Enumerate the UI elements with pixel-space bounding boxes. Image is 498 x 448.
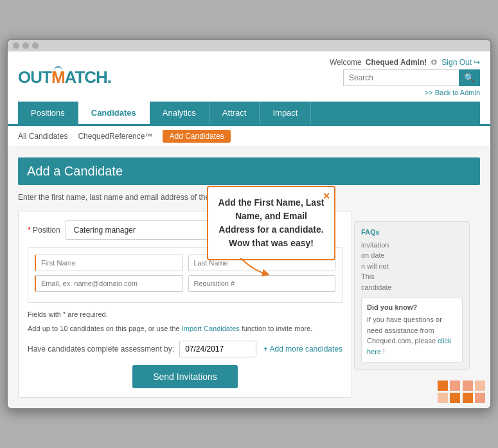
did-you-know: Did you know? If you have questions or n… (361, 298, 463, 363)
gear-icon[interactable]: ⚙ (431, 58, 438, 67)
sub-nav-chequed-reference[interactable]: ChequedReference™ (78, 132, 152, 141)
deco-sq-3 (438, 393, 448, 403)
back-to-admin[interactable]: >> Back to Admin (425, 89, 480, 96)
sign-out-link[interactable]: Sign Out ↪ (441, 58, 480, 67)
chrome-dot-3 (32, 42, 39, 49)
required-note1: Fields with * are required. (28, 309, 342, 321)
first-name-input[interactable] (35, 255, 183, 271)
tooltip-text: Add the First Name, Last Name, and Email… (218, 197, 325, 248)
required-note2: Add up to 10 candidates on this page, or… (28, 323, 342, 335)
welcome-text: Welcome (330, 58, 362, 67)
note3-text: function to invite more. (242, 325, 313, 332)
chrome-dot-2 (22, 42, 29, 49)
email-input[interactable] (35, 275, 183, 292)
page-title-bar: Add a Candidate (18, 157, 480, 185)
send-invitations-button[interactable]: Send Invitations (132, 365, 238, 388)
sub-nav: All Candidates ChequedReference™ Add Can… (8, 126, 490, 147)
deco-group-2 (463, 381, 485, 403)
sign-out-icon: ↪ (474, 58, 480, 67)
chrome-dot-1 (13, 42, 19, 49)
nav-item-candidates[interactable]: Candidates (78, 102, 150, 124)
add-more-link[interactable]: + Add more candidates (263, 345, 342, 354)
window-chrome (8, 40, 490, 51)
deco-sq-7 (463, 393, 473, 403)
faqs-text1: invitation (361, 241, 389, 249)
deco-group-1 (438, 381, 460, 403)
header-right: Welcome Chequed Admin! ⚙ Sign Out ↪ 🔍 >>… (330, 58, 480, 96)
deco-sq-8 (475, 393, 485, 403)
tooltip-popup: ✕ Add the First Name, Last Name, and Ema… (207, 186, 335, 260)
position-label-text: Position (33, 226, 60, 235)
main-nav: Positions Candidates Analytics Attract I… (18, 102, 480, 124)
welcome-bar: Welcome Chequed Admin! ⚙ Sign Out ↪ (330, 58, 480, 67)
sub-nav-all-candidates[interactable]: All Candidates (18, 132, 67, 141)
faqs-text4: This (361, 273, 375, 280)
deco-sq-1 (438, 381, 448, 391)
header: OUT M ATCH. Welcome Chequed Admin! ⚙ Sig… (8, 51, 490, 126)
required-star: * (28, 226, 31, 235)
deco-sq-6 (475, 381, 485, 391)
nav-item-attract[interactable]: Attract (209, 102, 260, 124)
sub-nav-add-candidates[interactable]: Add Candidates (163, 130, 230, 143)
logo-text: OUT M ATCH. (18, 69, 111, 85)
position-label: * Position (28, 226, 60, 235)
logo: OUT M ATCH. (18, 69, 111, 85)
note2-text: Add up to 10 candidates on this page, or… (28, 325, 180, 332)
deco-sq-5 (463, 381, 473, 391)
nav-item-analytics[interactable]: Analytics (150, 102, 209, 124)
admin-name: Chequed Admin! (366, 58, 427, 67)
sidebar-faqs: FAQs invitation on date n will not This … (354, 221, 470, 370)
nav-item-impact[interactable]: Impact (260, 102, 311, 124)
tooltip-arrow (234, 258, 272, 277)
header-top: OUT M ATCH. Welcome Chequed Admin! ⚙ Sig… (18, 58, 480, 96)
candidate-row-2 (35, 275, 335, 292)
search-button[interactable]: 🔍 (459, 69, 480, 86)
did-you-know-body: If you have questions or need assistance… (367, 316, 442, 345)
page-title: Add a Candidate (27, 164, 471, 179)
faqs-title: FAQs (361, 228, 463, 236)
faqs-text2: on date (361, 251, 385, 259)
faqs-text5: candidate (361, 283, 392, 291)
did-you-know-title: Did you know? (367, 303, 457, 311)
deco-sq-4 (450, 393, 460, 403)
main-content: Add a Candidate Enter the first name, la… (8, 147, 490, 408)
date-row: Have candidates complete assessment by: … (28, 341, 342, 357)
decorative-squares (438, 381, 485, 403)
logo-arc-wrap: M (51, 69, 65, 85)
sign-out-label: Sign Out (441, 58, 472, 67)
date-input[interactable] (179, 341, 256, 357)
nav-item-positions[interactable]: Positions (18, 102, 78, 124)
faqs-text3: n will not (361, 262, 389, 270)
app-window: OUT M ATCH. Welcome Chequed Admin! ⚙ Sig… (6, 39, 492, 409)
did-you-know-text: If you have questions or need assistance… (367, 314, 457, 357)
requisition-input[interactable] (188, 275, 336, 292)
tooltip-close-button[interactable]: ✕ (323, 190, 330, 203)
date-label: Have candidates complete assessment by: (28, 345, 174, 354)
search-input[interactable] (343, 69, 459, 86)
field-notes: Fields with * are required. Add up to 10… (28, 309, 342, 334)
logo-atch: ATCH. (65, 69, 112, 85)
faqs-text: invitation on date n will not This candi… (361, 240, 463, 293)
did-you-know-suffix: ! (383, 348, 385, 355)
logo-m: M (51, 67, 65, 87)
import-candidates-link[interactable]: Import Candidates (182, 325, 240, 332)
logo-out: OUT (18, 69, 51, 85)
deco-sq-2 (450, 381, 460, 391)
search-bar: 🔍 (343, 69, 480, 86)
